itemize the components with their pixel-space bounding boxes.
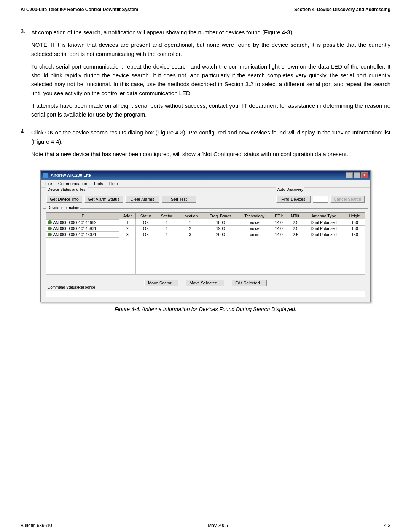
empty-cell [271, 250, 287, 256]
menu-tools[interactable]: Tools [90, 181, 106, 187]
empty-cell [271, 256, 287, 262]
empty-cell [46, 262, 119, 268]
device-table: ID Addr Status Sector Location Freq. Ban… [46, 212, 365, 275]
empty-cell [271, 268, 287, 275]
empty-cell [287, 244, 303, 250]
empty-cell [119, 256, 135, 262]
empty-row [46, 250, 365, 256]
table-row[interactable]: AN00000000010145931 2 OK 1 2 1900 Voice … [46, 225, 365, 232]
clear-alarms-button[interactable]: Clear Alarms [125, 196, 159, 203]
footer-left: Bulletin 639510 [21, 523, 52, 528]
col-header-etilt: ETilt [271, 213, 287, 219]
empty-cell [203, 250, 238, 256]
cell-mtilt: -2.5 [287, 225, 303, 232]
empty-cell [119, 262, 135, 268]
empty-cell [156, 238, 177, 244]
empty-row [46, 262, 365, 268]
empty-cell [46, 238, 119, 244]
empty-cell [136, 268, 156, 275]
title-buttons[interactable]: _ □ ✕ [346, 172, 368, 178]
empty-cell [344, 256, 365, 262]
col-header-mtilt: MTilt [287, 213, 303, 219]
empty-cell [177, 268, 203, 275]
empty-cell [156, 250, 177, 256]
empty-row [46, 238, 365, 244]
cell-id: AN00000000010144682 [46, 219, 119, 225]
menu-help[interactable]: Help [106, 181, 121, 187]
find-devices-button[interactable]: Find Devices [276, 196, 311, 203]
cell-addr: 3 [119, 232, 135, 238]
cell-id: AN00000000010145931 [46, 225, 119, 232]
table-row[interactable]: AN00000000010144682 1 OK 1 1 1800 Voice … [46, 219, 365, 226]
empty-cell [119, 268, 135, 275]
status-dot [48, 220, 52, 224]
col-header-id: ID [46, 213, 119, 219]
device-status-legend: Device Status and Test [46, 187, 88, 192]
empty-cell [287, 256, 303, 262]
empty-cell [344, 250, 365, 256]
empty-cell [287, 238, 303, 244]
device-status-content: Get Device Info Get Alarm Status Clear A… [46, 196, 266, 203]
menu-file[interactable]: File [42, 181, 55, 187]
minimize-button[interactable]: _ [346, 172, 353, 178]
app-body: Device Status and Test Get Device Info G… [41, 188, 370, 302]
command-status-legend: Command Status/Response [46, 285, 96, 289]
empty-cell [136, 244, 156, 250]
cell-technology: Voice [238, 232, 271, 238]
empty-cell [238, 256, 271, 262]
page-header: ATC200-Lite Teletilt® Remote Control Dow… [0, 0, 411, 16]
edit-selected-button[interactable]: Edit Selected... [232, 280, 267, 286]
col-header-status: Status [136, 213, 156, 219]
empty-cell [303, 238, 344, 244]
cell-status: OK [136, 219, 156, 226]
auto-discovery-legend: Auto-Discovery [276, 187, 304, 192]
device-status-group: Device Status and Test Get Device Info G… [43, 190, 269, 205]
cell-addr: 2 [119, 225, 135, 232]
empty-cell [238, 244, 271, 250]
table-row[interactable]: AN00000000010146071 3 OK 1 3 2000 Voice … [46, 232, 365, 238]
cell-addr: 1 [119, 219, 135, 226]
empty-cell [46, 244, 119, 250]
cell-etilt: 14.0 [271, 225, 287, 232]
cell-sector: 1 [156, 232, 177, 238]
empty-cell [303, 262, 344, 268]
empty-cell [136, 250, 156, 256]
cell-etilt: 14.0 [271, 232, 287, 238]
top-groups-row: Device Status and Test Get Device Info G… [43, 190, 368, 205]
cancel-search-button[interactable]: Cancel Search [330, 196, 365, 203]
close-button[interactable]: ✕ [361, 172, 368, 178]
empty-cell [271, 238, 287, 244]
app-icon [43, 173, 48, 178]
page: ATC200-Lite Teletilt® Remote Control Dow… [0, 0, 411, 532]
command-status-group: Command Status/Response [43, 288, 368, 299]
empty-cell [156, 262, 177, 268]
menu-communication[interactable]: Communication [55, 181, 90, 187]
col-header-sector: Sector [156, 213, 177, 219]
list-body-4: Click OK on the device search results di… [31, 128, 390, 162]
footer-right: 4-3 [384, 523, 390, 528]
cell-height: 150 [344, 219, 365, 226]
device-info-legend: Device Information [46, 206, 80, 210]
empty-cell [46, 256, 119, 262]
self-test-button[interactable]: Self Test [162, 196, 196, 203]
cell-antenna: Dual Polarized [303, 225, 344, 232]
table-header-row: ID Addr Status Sector Location Freq. Ban… [46, 213, 365, 219]
col-header-technology: Technology [238, 213, 271, 219]
empty-cell [344, 244, 365, 250]
col-header-freq: Freq. Bands [203, 213, 238, 219]
maximize-button[interactable]: □ [354, 172, 360, 178]
empty-cell [46, 268, 119, 275]
empty-cell [119, 250, 135, 256]
move-sector-button[interactable]: Move Sector... [144, 280, 178, 286]
auto-discovery-input[interactable] [313, 196, 328, 203]
col-header-antenna: Antenna Type [303, 213, 344, 219]
move-selected-button[interactable]: Move Selected... [186, 280, 224, 286]
get-alarm-status-button[interactable]: Get Alarm Status [84, 196, 123, 203]
empty-cell [177, 262, 203, 268]
device-info-group: Device Information ID Addr Status Sector… [43, 208, 368, 277]
app-title: Andrew ATC200 Lite [51, 173, 91, 177]
item4-para2: Note that a new device that has never be… [31, 150, 390, 158]
get-device-info-button[interactable]: Get Device Info [46, 196, 82, 203]
empty-cell [238, 238, 271, 244]
header-left: ATC200-Lite Teletilt® Remote Control Dow… [21, 7, 138, 12]
